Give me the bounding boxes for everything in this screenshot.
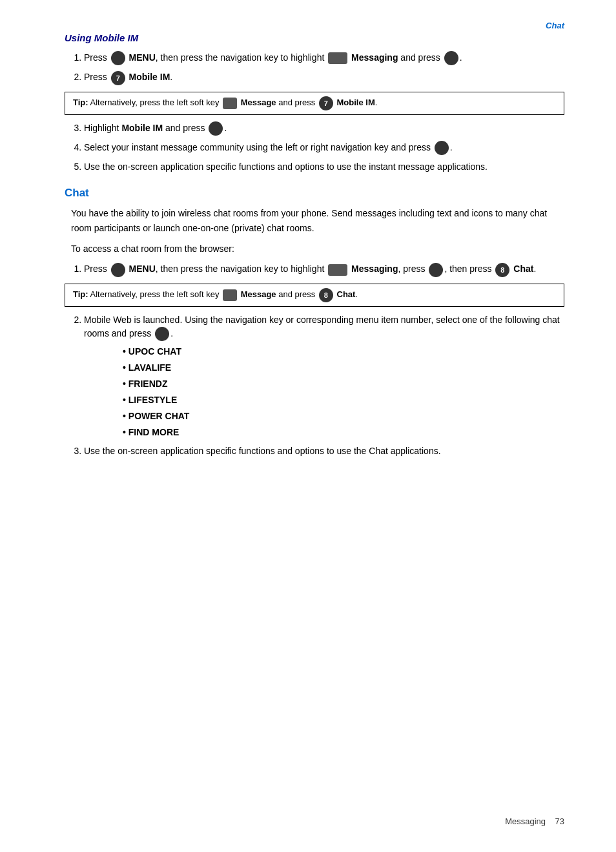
chat-rooms-list: UPOC CHAT LAVALIFE FRIENDZ LIFESTYLE POW… bbox=[84, 345, 564, 439]
ok-key-icon-chat-3 bbox=[155, 327, 169, 341]
mobile-im-steps-list: Press MENU, then press the navigation ke… bbox=[65, 51, 564, 85]
page-container: Chat Using Mobile IM Press MENU, then pr… bbox=[0, 0, 616, 852]
ok-key-icon-1 bbox=[111, 51, 125, 65]
chat-room-lifestyle: LIFESTYLE bbox=[123, 393, 564, 407]
num-8-key-tip: 8 bbox=[319, 288, 333, 302]
section-title-im: Using Mobile IM bbox=[65, 32, 564, 43]
mobile-im-steps-cont: Highlight Mobile IM and press . Select y… bbox=[65, 121, 564, 174]
ok-key-icon-2 bbox=[444, 51, 458, 65]
footer-page: 73 bbox=[555, 816, 564, 826]
tip-label-1: Tip: bbox=[73, 98, 88, 107]
chat-steps-list: Press MENU, then press the navigation ke… bbox=[65, 262, 564, 276]
msg-key-icon-2 bbox=[223, 289, 237, 301]
section-chat: Chat You have the ability to join wirele… bbox=[65, 187, 564, 458]
mobile-im-step-5: Use the on-screen application specific f… bbox=[84, 160, 564, 174]
footer: Messaging 73 bbox=[505, 816, 564, 826]
msg-key-icon-1 bbox=[223, 98, 237, 109]
num-8-key-1: 8 bbox=[495, 263, 509, 277]
section-title-chat: Chat bbox=[65, 187, 564, 200]
chat-step-1: Press MENU, then press the navigation ke… bbox=[84, 262, 564, 276]
chat-room-friendz: FRIENDZ bbox=[123, 377, 564, 391]
messaging-label-1: Messaging bbox=[351, 52, 398, 63]
num-7-key-tip: 7 bbox=[319, 96, 333, 110]
chat-label-tip: Chat bbox=[334, 289, 356, 299]
tip-label-2: Tip: bbox=[73, 289, 88, 299]
ok-key-icon-3 bbox=[209, 121, 223, 136]
menu-label-chat: MENU bbox=[127, 264, 156, 274]
num-7-key-1: 7 bbox=[111, 71, 125, 85]
mobile-im-label-3: Mobile IM bbox=[121, 123, 163, 133]
chat-label-1: Chat bbox=[511, 264, 533, 274]
chat-room-powerchat: POWER CHAT bbox=[123, 410, 564, 423]
chat-step-2: Mobile Web is launched. Using the naviga… bbox=[84, 313, 564, 439]
chat-para-2: To access a chat room from the browser: bbox=[65, 242, 564, 256]
footer-label: Messaging bbox=[505, 816, 546, 826]
mobile-im-step-1: Press MENU, then press the navigation ke… bbox=[84, 51, 564, 65]
chat-room-upoc: UPOC CHAT bbox=[123, 345, 564, 358]
ok-key-icon-chat-1 bbox=[111, 263, 125, 277]
mobile-im-step-3: Highlight Mobile IM and press . bbox=[84, 121, 564, 136]
mobile-im-label-tip: Mobile IM bbox=[334, 98, 375, 107]
chat-steps-cont: Mobile Web is launched. Using the naviga… bbox=[65, 313, 564, 458]
message-label-1: Message bbox=[238, 98, 276, 107]
header-chat-label: Chat bbox=[546, 21, 564, 30]
ok-key-icon-chat-2 bbox=[429, 263, 443, 277]
chat-para-1: You have the ability to join wireless ch… bbox=[65, 206, 564, 235]
messaging-label-chat: Messaging bbox=[351, 264, 398, 274]
chat-room-lavalife: LAVALIFE bbox=[123, 361, 564, 375]
tip-box-2: Tip: Alternatively, press the left soft … bbox=[65, 284, 564, 307]
chat-step-3: Use the on-screen application specific f… bbox=[84, 444, 564, 458]
chat-room-findmore: FIND MORE bbox=[123, 426, 564, 439]
mobile-im-step-4: Select your instant message community us… bbox=[84, 141, 564, 155]
ok-key-icon-4 bbox=[435, 141, 449, 155]
section-mobile-im: Using Mobile IM Press MENU, then press t… bbox=[65, 32, 564, 174]
rect-key-icon-chat bbox=[328, 264, 347, 276]
header-chat: Chat bbox=[546, 21, 564, 30]
message-label-2: Message bbox=[238, 289, 276, 299]
tip-box-1: Tip: Alternatively, press the left soft … bbox=[65, 92, 564, 115]
mobile-im-label-1: Mobile IM bbox=[127, 72, 170, 82]
menu-label-1: MENU bbox=[127, 52, 156, 63]
mobile-im-step-2: Press 7 Mobile IM. bbox=[84, 70, 564, 85]
rect-key-icon-1 bbox=[328, 52, 347, 64]
